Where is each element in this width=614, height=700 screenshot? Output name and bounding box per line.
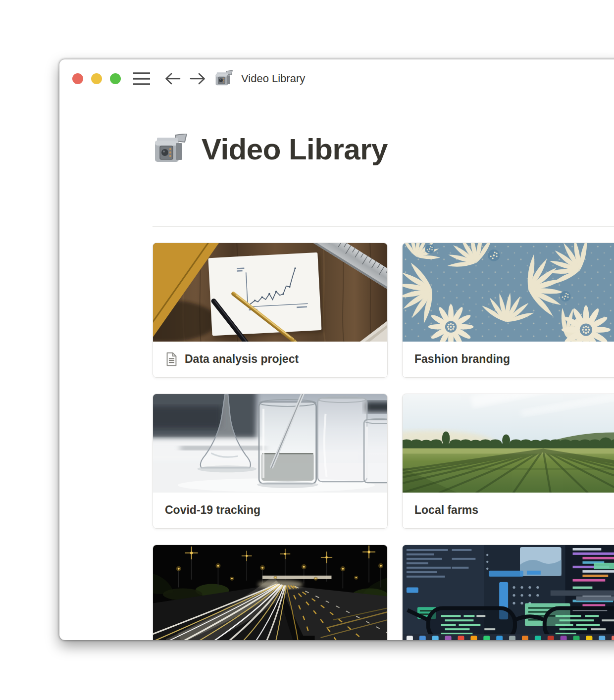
card-cover-floral-pattern [403, 243, 614, 342]
movie-camera-icon [215, 70, 234, 87]
gallery-card[interactable]: Local farms [402, 394, 614, 529]
card-caption: Covid-19 tracking [153, 493, 387, 528]
card-cover-lab-photo [153, 394, 387, 493]
gallery-card[interactable] [402, 545, 614, 640]
page-icon-movie-camera[interactable] [153, 134, 190, 165]
arrow-right-icon [189, 72, 206, 86]
page-title[interactable]: Video Library [202, 132, 388, 167]
document-icon [165, 352, 178, 366]
close-window-button[interactable] [72, 73, 83, 84]
gallery-card[interactable]: Data analysis project [153, 243, 388, 378]
gallery-view: Data analysis project [153, 243, 614, 640]
gallery-card[interactable]: Fashion branding [402, 243, 614, 378]
card-cover-desk-photo [153, 243, 387, 342]
card-title: Covid-19 tracking [165, 503, 260, 517]
window-topbar: Video Library [59, 59, 614, 98]
arrow-left-icon [164, 72, 181, 86]
card-caption: Data analysis project [153, 342, 387, 377]
app-window: Video Library Video Library Add a view P… [59, 59, 614, 640]
card-title: Data analysis project [185, 352, 299, 366]
page-header: Video Library [153, 132, 388, 167]
back-button[interactable] [164, 72, 181, 86]
traffic-lights [72, 73, 121, 84]
gallery-card[interactable]: Covid-19 tracking [153, 394, 388, 529]
toolbar-divider [153, 226, 614, 227]
zoom-window-button[interactable] [110, 73, 121, 84]
card-caption: Fashion branding [403, 342, 614, 377]
card-title: Fashion branding [414, 352, 510, 366]
screenshot-canvas: { "window": { "topbar": { "title": "Vide… [0, 0, 614, 700]
card-cover-code-photo [403, 545, 614, 640]
hamburger-icon [133, 71, 151, 86]
minimize-window-button[interactable] [91, 73, 102, 84]
forward-button[interactable] [189, 72, 206, 86]
sidebar-menu-button[interactable] [133, 71, 151, 86]
card-caption: Local farms [403, 493, 614, 528]
topbar-page-title: Video Library [241, 72, 305, 85]
gallery-card[interactable] [153, 545, 388, 640]
breadcrumb[interactable]: Video Library [215, 70, 305, 87]
card-cover-highway-photo [153, 545, 387, 640]
card-cover-farm-photo [403, 394, 614, 493]
card-title: Local farms [414, 503, 478, 517]
